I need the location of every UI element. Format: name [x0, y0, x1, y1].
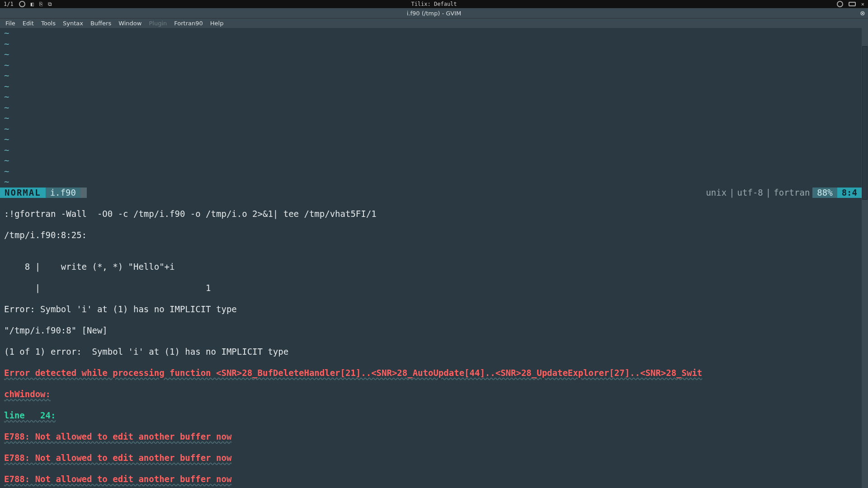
menu-syntax[interactable]: Syntax: [63, 20, 83, 27]
menu-help[interactable]: Help: [210, 20, 224, 27]
vim-error-line-1: Error detected while processing function…: [4, 368, 862, 379]
empty-line-tilde: ~: [4, 155, 862, 166]
position-segment: 8:4: [837, 188, 862, 198]
empty-line-tilde: ~: [4, 39, 862, 50]
menu-fortran90[interactable]: Fortran90: [174, 20, 203, 27]
menu-buffers[interactable]: Buffers: [90, 20, 111, 27]
tilix-bar: 1/1 ◧ ⎘ ⧉ Tilix: Default ✕: [0, 0, 868, 8]
e788-1: E788: Not allowed to edit another buffer…: [4, 432, 862, 442]
empty-line-tilde: ~: [4, 28, 862, 39]
empty-line-tilde: ~: [4, 113, 862, 124]
fileformat: unix: [706, 188, 726, 198]
statusline: NORMAL i.f90 unix | utf-8 | fortran 88% …: [0, 188, 862, 198]
filetype: fortran: [774, 188, 810, 198]
empty-line-tilde: ~: [4, 92, 862, 103]
empty-line-tilde: ~: [4, 124, 862, 135]
filename-segment: i.f90: [46, 188, 80, 198]
gvim-close-icon[interactable]: ⊗: [860, 9, 865, 17]
error-location: /tmp/i.f90:8:25:: [4, 230, 862, 241]
menu-edit[interactable]: Edit: [23, 20, 34, 27]
quickfix-line: (1 of 1) error: Symbol 'i' at (1) has no…: [4, 347, 862, 357]
empty-line-tilde: ~: [4, 145, 862, 156]
gvim-titlebar: i.f90 (/tmp) - GVIM ⊗: [0, 8, 868, 18]
empty-line-tilde: ~: [4, 49, 862, 60]
percent-segment: 88%: [812, 188, 837, 198]
empty-line-tilde: ~: [4, 166, 862, 177]
gvim-menubar: FileEditToolsSyntaxBuffersWindowPluginFo…: [0, 18, 868, 28]
tilix-search-icon[interactable]: [837, 1, 843, 7]
empty-line-tilde: ~: [4, 134, 862, 145]
tilix-menu-icon[interactable]: [849, 2, 856, 6]
message-area: :!gfortran -Wall -O0 -c /tmp/i.f90 -o /t…: [0, 198, 862, 488]
newfile-line: "/tmp/i.f90:8" [New]: [4, 325, 862, 336]
menu-tools[interactable]: Tools: [41, 20, 56, 27]
encoding: utf-8: [737, 188, 763, 198]
e788-3: E788: Not allowed to edit another buffer…: [4, 474, 862, 485]
tilix-session-count: 1/1: [4, 1, 14, 7]
menu-plugin: Plugin: [149, 20, 167, 27]
tilix-split-icon[interactable]: ⧉: [48, 1, 52, 7]
empty-line-tilde: ~: [4, 70, 862, 81]
menu-window[interactable]: Window: [118, 20, 142, 27]
compiler-error: Error: Symbol 'i' at (1) has no IMPLICIT…: [4, 304, 862, 315]
cmd-line: :!gfortran -Wall -O0 -c /tmp/i.f90 -o /t…: [4, 209, 862, 220]
text-area[interactable]: ~~~~~~~~~~~~~~~ NORMAL i.f90 unix | utf-…: [0, 28, 862, 488]
empty-line-tilde: ~: [4, 81, 862, 92]
scrollbar-thumb[interactable]: [862, 46, 868, 200]
tilix-shell-icon[interactable]: ◧: [31, 1, 34, 7]
tilde-column: ~~~~~~~~~~~~~~~: [0, 28, 862, 188]
empty-line-tilde: ~: [4, 60, 862, 71]
empty-line-tilde: ~: [4, 177, 862, 188]
tilix-close-icon[interactable]: ✕: [861, 1, 864, 7]
empty-line-tilde: ~: [4, 103, 862, 113]
tilix-sync-icon[interactable]: [19, 1, 25, 7]
source-line-1: 8 | write (*, *) "Hello"+i: [4, 262, 862, 272]
gvim-title-text: i.f90 (/tmp) - GVIM: [407, 10, 462, 17]
source-line-2: | 1: [4, 283, 862, 294]
fileinfo-segment: unix | utf-8 | fortran: [701, 188, 812, 198]
mode-indicator: NORMAL: [0, 188, 46, 198]
vim-error-line-2: chWindow:: [4, 389, 862, 400]
vertical-scrollbar[interactable]: [862, 28, 868, 488]
e788-2: E788: Not allowed to edit another buffer…: [4, 453, 862, 464]
vim-error-lineno: line 24:: [4, 410, 862, 421]
tilix-title: Tilix: Default: [411, 1, 457, 7]
editor-body: ~~~~~~~~~~~~~~~ NORMAL i.f90 unix | utf-…: [0, 28, 868, 488]
menu-file[interactable]: File: [5, 20, 15, 27]
tilix-new-tab-icon[interactable]: ⎘: [39, 1, 42, 7]
